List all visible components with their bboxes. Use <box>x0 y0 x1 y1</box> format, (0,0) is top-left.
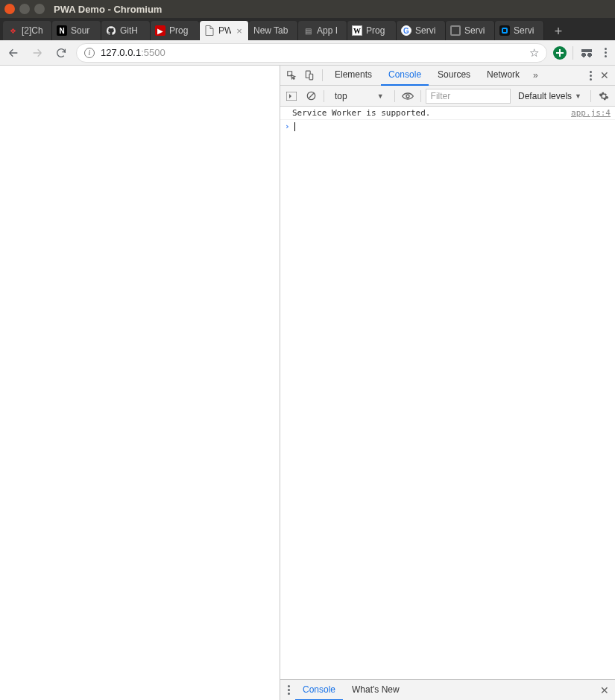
profile-icon[interactable] <box>579 48 594 58</box>
console-output: Service Worker is supported. app.js:4 › <box>280 107 615 679</box>
log-source-link[interactable]: app.js:4 <box>571 108 611 118</box>
tab-label: Sour <box>71 25 96 36</box>
devtools-close-button[interactable]: ✕ <box>597 69 612 81</box>
extension-button[interactable] <box>553 46 567 60</box>
main-area: Elements Console Sources Network » ✕ top… <box>0 66 615 700</box>
browser-tab[interactable]: G Servi <box>397 21 446 40</box>
app-icon: ▤ <box>303 25 313 36</box>
levels-label: Default levels <box>518 91 572 101</box>
console-filter-input[interactable]: Filter <box>426 89 511 104</box>
drawer-tab-console[interactable]: Console <box>295 680 343 701</box>
devtools-panel: Elements Console Sources Network » ✕ top… <box>280 66 615 700</box>
devtools-tabbar: Elements Console Sources Network » ✕ <box>280 66 615 86</box>
console-prompt[interactable]: › <box>280 120 615 133</box>
favicon-icon: ❖ <box>7 25 18 36</box>
dropdown-icon: ▼ <box>575 92 581 100</box>
inspect-element-icon[interactable] <box>283 67 300 83</box>
address-text: 127.0.0.1:5500 <box>101 47 523 58</box>
console-toolbar: top ▼ Filter Default levels ▼ <box>280 86 615 107</box>
browser-tab[interactable]: ❖ [2]Ch <box>3 21 52 40</box>
wikipedia-icon: W <box>352 25 362 36</box>
favicon-icon <box>499 25 510 36</box>
execution-context-select[interactable]: top ▼ <box>329 89 390 104</box>
tab-label: App I <box>317 25 342 36</box>
tab-label: GitH <box>120 25 145 36</box>
drawer-tab-whatsnew[interactable]: What's New <box>344 680 407 701</box>
browser-tabstrip: ❖ [2]Ch N Sour GitH ▶ Prog PW × New Tab … <box>0 18 615 40</box>
browser-tab[interactable]: W Prog <box>347 21 397 40</box>
favicon-icon: N <box>57 25 67 36</box>
page-content <box>0 66 280 700</box>
device-toggle-icon[interactable] <box>301 67 318 83</box>
close-tab-icon[interactable]: × <box>235 25 244 37</box>
drawer-close-button[interactable]: ✕ <box>597 684 612 696</box>
tab-elements[interactable]: Elements <box>327 66 379 86</box>
dropdown-icon: ▼ <box>377 92 384 100</box>
live-expression-icon[interactable] <box>400 88 416 104</box>
text-cursor <box>294 122 295 131</box>
tab-label: Servi <box>514 25 539 36</box>
browser-menu-button[interactable] <box>600 48 611 57</box>
tab-network[interactable]: Network <box>479 66 527 86</box>
forward-button[interactable] <box>28 44 46 62</box>
devtools-drawer: Console What's New ✕ <box>280 679 615 700</box>
browser-tab[interactable]: New Tab <box>249 21 298 40</box>
back-button[interactable] <box>4 44 22 62</box>
svg-point-5 <box>406 95 409 98</box>
window-maximize-button[interactable] <box>34 4 45 14</box>
browser-tab[interactable]: ▶ Prog <box>151 21 200 40</box>
browser-tab[interactable]: N Sour <box>52 21 101 40</box>
bookmark-star-icon[interactable]: ☆ <box>529 46 539 60</box>
svg-line-4 <box>309 93 314 98</box>
window-minimize-button[interactable] <box>19 4 30 14</box>
svg-rect-1 <box>309 74 313 80</box>
filter-placeholder: Filter <box>431 91 451 101</box>
more-tabs-icon[interactable]: » <box>529 70 543 81</box>
log-message: Service Worker is supported. <box>285 108 565 118</box>
tab-label: Servi <box>415 25 441 36</box>
tab-sources[interactable]: Sources <box>430 66 478 86</box>
new-tab-button[interactable]: + <box>549 22 568 40</box>
clear-console-icon[interactable] <box>303 88 319 104</box>
console-settings-icon[interactable] <box>596 91 612 101</box>
tab-label: Prog <box>366 25 391 36</box>
tab-label: New Tab <box>253 25 293 36</box>
browser-tab[interactable]: Servi <box>495 21 544 40</box>
tab-label: Servi <box>464 25 490 36</box>
window-title: PWA Demo - Chromium <box>54 4 162 15</box>
file-icon <box>204 25 215 36</box>
window-titlebar: PWA Demo - Chromium <box>0 0 615 18</box>
window-close-button[interactable] <box>4 4 15 14</box>
drawer-menu-button[interactable] <box>283 685 294 695</box>
tab-label: [2]Ch <box>22 25 47 36</box>
prompt-chevron-icon: › <box>285 122 290 131</box>
tab-label: PW <box>218 25 231 36</box>
address-bar[interactable]: i 127.0.0.1:5500 ☆ <box>76 43 547 63</box>
youtube-icon: ▶ <box>155 25 165 36</box>
github-icon <box>106 25 116 36</box>
devtools-menu-button[interactable] <box>585 71 596 81</box>
favicon-icon <box>450 25 461 36</box>
toolbar-divider <box>573 46 573 60</box>
console-log-row[interactable]: Service Worker is supported. app.js:4 <box>280 107 615 120</box>
browser-toolbar: i 127.0.0.1:5500 ☆ <box>0 40 615 66</box>
tab-console[interactable]: Console <box>381 66 429 86</box>
browser-tab[interactable]: GitH <box>101 21 151 40</box>
log-levels-select[interactable]: Default levels ▼ <box>514 91 586 101</box>
site-info-icon[interactable]: i <box>84 48 95 58</box>
browser-tab[interactable]: Servi <box>446 21 495 40</box>
reload-button[interactable] <box>52 44 70 62</box>
browser-tab[interactable]: ▤ App I <box>298 21 347 40</box>
context-label: top <box>335 91 347 101</box>
google-icon: G <box>401 25 411 36</box>
console-sidebar-toggle-icon[interactable] <box>283 88 300 104</box>
browser-tab-active[interactable]: PW × <box>200 21 249 40</box>
tab-label: Prog <box>169 25 195 36</box>
